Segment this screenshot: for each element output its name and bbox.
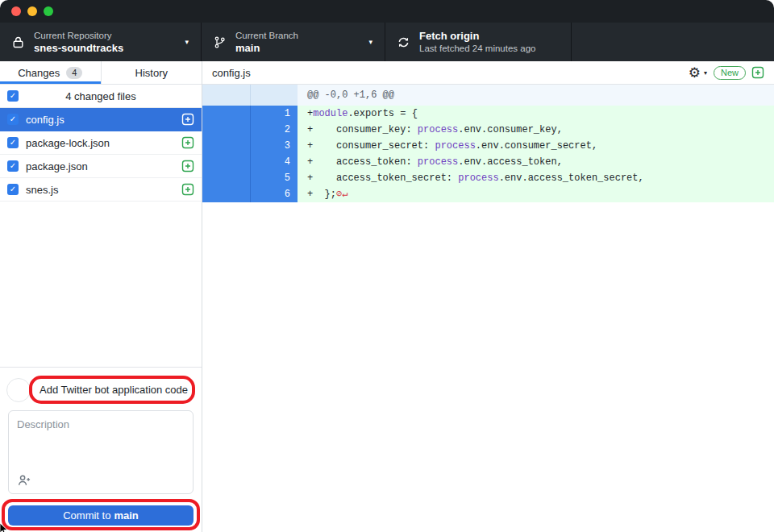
commit-button[interactable]: Commit to main [8,505,194,526]
changed-files-header: ✓ 4 changed files [0,85,202,108]
ignore-file-icon[interactable] [181,136,194,149]
file-row[interactable]: ✓ snes.js [0,178,202,202]
tab-changes[interactable]: Changes 4 [0,61,102,84]
file-row[interactable]: ✓ package.json [0,155,202,178]
code-text: + consumer_secret: process.env.consumer_… [298,138,774,154]
sync-icon [397,35,410,49]
diff-added-line[interactable]: 2 + consumer_key: process.env.consumer_k… [202,122,774,138]
toolbar: Current Repository snes-soundtracks ▾ Cu… [0,23,774,61]
diff-added-line[interactable]: 5 + access_token_secret: process.env.acc… [202,170,774,186]
current-repository-dropdown[interactable]: Current Repository snes-soundtracks ▾ [0,23,202,61]
hunk-gutter-new [250,85,298,106]
repository-name: snes-soundtracks [34,42,123,55]
file-checkbox[interactable]: ✓ [7,114,19,125]
sidebar-tabs: Changes 4 History [0,61,202,85]
file-checkbox[interactable]: ✓ [7,160,19,172]
chevron-down-icon[interactable]: ▾ [704,69,707,77]
file-checkbox[interactable]: ✓ [7,184,19,195]
diff-added-line[interactable]: 4 + access_token: process.env.access_tok… [202,154,774,170]
expand-diff-icon[interactable] [751,66,764,79]
ignore-file-icon[interactable] [181,160,194,172]
fetch-origin-button[interactable]: Fetch origin Last fetched 24 minutes ago [385,23,572,61]
new-line-number: 1 [250,106,298,122]
commit-button-branch: main [114,509,138,522]
code-text: + access_token_secret: process.env.acces… [298,170,774,186]
new-line-number: 4 [250,154,298,170]
file-status-badge: New [714,66,746,80]
old-line-number [202,106,250,122]
hunk-header-row: @@ -0,0 +1,6 @@ [202,85,774,106]
diff-file-header: config.js ⚙ ▾ New [202,61,774,85]
changed-files-count: 4 changed files [65,90,135,102]
app-window: Current Repository snes-soundtracks ▾ Cu… [0,0,774,532]
commit-button-prefix: Commit to [63,509,110,522]
old-line-number [202,122,250,138]
avatar [6,378,31,402]
file-list: ✓ config.js ✓ package-lock.json ✓ packag… [0,108,202,202]
file-name: package-lock.json [26,137,181,149]
commit-summary-input[interactable]: Add Twitter bot application code [32,384,188,396]
fetch-subtitle: Last fetched 24 minutes ago [419,43,536,55]
select-all-checkbox[interactable]: ✓ [7,90,19,102]
close-window-button[interactable] [11,6,21,16]
file-row[interactable]: ✓ package-lock.json [0,131,202,155]
new-line-number: 5 [250,170,298,186]
code-text: + };⊘↵ [298,186,774,202]
old-line-number [202,186,250,202]
lock-icon [11,35,25,49]
fetch-title: Fetch origin [419,30,536,43]
description-placeholder: Description [17,418,69,430]
gear-icon[interactable]: ⚙ [689,66,701,80]
file-name: package.json [26,160,181,172]
file-name: snes.js [26,184,181,196]
tab-history-label: History [135,67,168,79]
ignore-file-icon[interactable] [181,183,194,196]
branch-label: Current Branch [235,30,298,42]
diff-added-line[interactable]: 3 + consumer_secret: process.env.consume… [202,138,774,154]
diff-added-line[interactable]: 6 + };⊘↵ [202,186,774,202]
changes-count-badge: 4 [66,67,82,79]
mouse-cursor [0,522,9,532]
chevron-down-icon: ▾ [368,38,372,46]
hunk-gutter-old [202,85,250,106]
git-branch-icon [213,35,227,49]
tab-history[interactable]: History [102,61,202,84]
sidebar: Changes 4 History ✓ 4 changed files ✓ co… [0,61,202,532]
branch-name: main [235,42,298,55]
new-line-number: 6 [250,186,298,202]
code-text: + consumer_key: process.env.consumer_key… [298,122,774,138]
commit-description-field[interactable]: Description [8,410,194,494]
ignore-file-icon[interactable] [181,113,194,126]
old-line-number [202,154,250,170]
new-line-number: 3 [250,138,298,154]
file-row[interactable]: ✓ config.js [0,108,202,131]
titlebar [0,0,774,23]
diff-panel: config.js ⚙ ▾ New @@ -0,0 +1,6 @@ [202,61,774,532]
hunk-header-text: @@ -0,0 +1,6 @@ [298,85,774,106]
new-line-number: 2 [250,122,298,138]
diff-view: @@ -0,0 +1,6 @@ 1 +module.exports = { 2 … [202,85,774,202]
diff-added-line[interactable]: 1 +module.exports = { [202,106,774,122]
minimize-window-button[interactable] [27,6,37,16]
old-line-number [202,170,250,186]
tab-changes-label: Changes [18,67,60,79]
code-text: +module.exports = { [298,106,774,122]
repository-label: Current Repository [34,30,123,42]
diff-file-name: config.js [212,67,689,79]
add-coauthor-icon[interactable] [17,473,31,488]
zoom-window-button[interactable] [44,6,53,16]
file-name: config.js [26,114,181,126]
commit-area: Add Twitter bot application code Descrip… [0,367,202,532]
current-branch-dropdown[interactable]: Current Branch main ▾ [202,23,385,61]
tutorial-highlight-summary: Add Twitter bot application code [29,376,195,404]
chevron-down-icon: ▾ [185,38,189,46]
diff-lines: 1 +module.exports = { 2 + consumer_key: … [202,106,774,202]
old-line-number [202,138,250,154]
code-text: + access_token: process.env.access_token… [298,154,774,170]
file-checkbox[interactable]: ✓ [7,137,19,148]
